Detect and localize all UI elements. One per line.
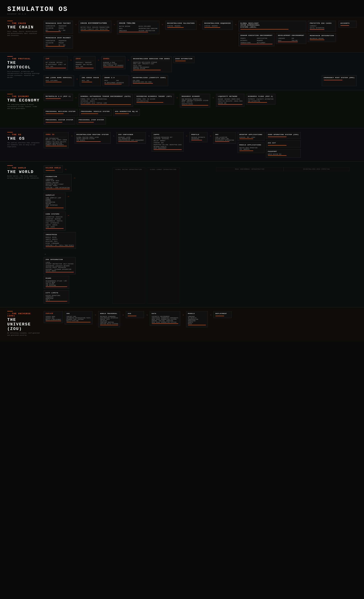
mainnet-item-1: COORDINATOR <box>46 40 58 42</box>
arrow-os5: → <box>210 132 211 137</box>
economy-title: THE ECONOMY <box>7 98 40 103</box>
gris-title: GLOBAL RESILIENTINTER-DIMENSIONALSYSTEMS… <box>240 22 304 28</box>
gate-row-3: DEFLATIONARY WILD VIRTUAL LAND <box>81 102 131 104</box>
zapps-4: WALLET <box>154 140 159 141</box>
desktop-items: WINDOWS MAC LINUX <box>240 137 262 138</box>
ind-5: AVIATION <box>46 241 53 242</box>
accounts-bar <box>340 25 349 26</box>
liq-4: CHAIN FEES <box>234 100 242 102</box>
zapps-title: ZAPPS <box>154 134 182 135</box>
zap-6: DAO <box>51 66 53 67</box>
ind-row-3: AVIATION PALS <box>46 241 74 242</box>
proto-items-2: SOCIAL NETWORKING <box>310 27 334 29</box>
diff-row-2: INSTANT FINALITY (2M) ROYALTIES <box>81 28 109 30</box>
testnet-title: MEOWCHAIN ZKVM TESTNET <box>46 22 71 24</box>
deploy-title: DEPLOYMENT <box>215 313 230 315</box>
data-5: MASS SCALE GENERATION SYSTEMS <box>152 322 178 323</box>
zos-3: PERMISSIONLESS ZAPP MANAGEMENT <box>118 140 144 141</box>
zapps-9: ENCRYPTED ZDOS <box>170 144 182 146</box>
zdao-card: ZDAO PROPOSALS TREASURY REWARDS DAO FACT… <box>74 56 96 70</box>
zos-1: BOUNDARY LAYER <box>118 137 144 138</box>
zkw-6: SETTLEMENT <box>257 42 273 44</box>
routing-3: ZID SEARCH <box>76 140 108 141</box>
cs-row-2: INVENTORY WEAPONS <box>46 218 63 220</box>
mobile-1: NATIVE ZDOS OPERATION <box>240 147 262 149</box>
industries-card: INDUSTRIES MUSCLE MOTOS CRAFTS BEASTS AV… <box>44 232 76 249</box>
zosi-2: ACCOUNT ABSTRACTION <box>46 263 62 265</box>
diff-item-1: NATIVE YIELD <box>81 26 91 28</box>
cs-5: CONSUMABLES <box>46 220 55 222</box>
diff-row-1: NATIVE YIELD GASLESS TRANSACTIONS <box>81 26 109 28</box>
zosi-6: MESSAGING <box>58 267 66 268</box>
gameplay-card: GAMEPLAY CORE GAMEPLAY LOOP COMBAT MININ… <box>44 193 65 210</box>
dec-identity-card: DECENTRALIZED (IDENTITY ZDOE) ZID ZDOE D… <box>131 75 168 86</box>
cs-row-6: LAND USERS <box>46 226 63 228</box>
zdao-6: DAO <box>80 66 83 67</box>
liq-5: ENGINE SDK <box>218 102 243 104</box>
zspace-3: BUILD & DEPLOYMENT <box>46 319 61 320</box>
zapps-bar <box>154 149 182 150</box>
world-content: WILDER WORLD → FOUNDATION LANDSCAPE URBA… <box>44 165 76 303</box>
page-subtitle: ROADMAP V0.1.0 <box>7 13 357 15</box>
arrow-5: → <box>235 21 236 26</box>
arrow-w1: → <box>74 174 75 179</box>
zosi-1: LOGIN <box>46 262 74 263</box>
zdao-1: PROPOSALS <box>76 62 83 63</box>
economy-label: -- THE ECONOMY <box>7 95 40 97</box>
arrow-p1: → <box>70 56 71 62</box>
desktop-mobile-group: DESKTOP APPLICATIONS WINDOWS MAC LINUX M… <box>238 132 265 153</box>
zkwasm-devenv-row: ZKWASM EXECUTION ENVIRONMENT PROOFS VERI… <box>239 33 306 46</box>
arrow-os3: → <box>148 132 150 137</box>
zap-5: DOCS <box>46 66 49 67</box>
zbanc-bar <box>105 84 122 84</box>
zid-4: CONNECT MULTIPLE WALLETS <box>46 141 67 143</box>
zbi-title: ZBI <box>215 134 234 135</box>
zid-5: ACCOUNT ABSTRACTION <box>46 143 67 144</box>
zosi-row-2: ACCOUNT ABSTRACTION SELF CUSTODY <box>46 263 74 265</box>
os-desc: The central interface that integrates al… <box>7 142 40 148</box>
dec-services-title: DECENTRALIZED SERVICES FOR ZDOES <box>133 58 170 60</box>
dec-svc-bar <box>133 70 160 70</box>
zapps-row-2: INCOMING OUTGOING <box>154 138 182 140</box>
diff-item-2: GASLESS TRANSACTIONS <box>92 26 109 28</box>
chain-section-info: -- THE CHAIN THE CHAIN Fast, cheap, secu… <box>7 21 44 49</box>
universe-section: -- THE UNIVERSE (ZOU) THE UNIVERSE (ZOU)… <box>0 307 364 341</box>
zap-3: ZK DEPLOYMENT <box>46 64 57 65</box>
liq-title: LIQUIDITY NETWORK <box>218 96 243 97</box>
miami-bar <box>46 286 67 287</box>
zid-bar <box>46 146 67 146</box>
testnet-bar <box>46 31 61 32</box>
ind-4: BEASTS <box>52 239 57 240</box>
arrow-2: → <box>114 21 115 26</box>
mobile-card: MOBILE APPLICATIONS NATIVE ZDOS OPERATIO… <box>238 142 265 153</box>
tooling-bar <box>119 32 148 32</box>
economy-desc: The underlying blocks to build sustainab… <box>7 104 40 110</box>
mainnet-bar <box>46 46 65 47</box>
zosi-row-4: SPATIAL AUDIO MESSAGING <box>46 267 74 268</box>
arrow-u3: → <box>146 311 147 316</box>
arrow-p3: → <box>128 56 129 62</box>
zero-id-card: ZERO ID ZNS INTEGRATION WALLET LOGIN EMA… <box>44 132 69 149</box>
zns-card: ZNS (ZERO NAME SERVICE) DOCS EXPLORER <box>44 75 74 86</box>
zkw-2: VERIFICATION <box>257 38 273 39</box>
ava-ai-bar <box>115 114 129 114</box>
tooling-5: OMNICHAIN <box>119 30 138 31</box>
found-row-2: URBAN PLAN GRID <box>46 180 70 182</box>
wt-4: GALAXIES <box>100 320 118 322</box>
cc-1: DOCS <box>82 80 85 81</box>
world-infra-bars: GLOBAL RACING INFRASTRUCTURE GLOBAL COMB… <box>76 165 180 303</box>
gp-7: HUB <box>46 206 63 207</box>
arrow-3: → <box>162 21 163 26</box>
data-bar <box>152 323 178 324</box>
ind-6: PALS <box>54 241 58 242</box>
zdoes-bar <box>103 67 123 67</box>
res-bar <box>182 105 208 106</box>
zns-1: DOCS <box>46 80 49 81</box>
econ-flows-card: ECONOMIC FLOWS (MIP 2) PAYMENTS LIQUIDIT… <box>246 94 275 105</box>
deploy-bar <box>215 316 224 316</box>
zap-row-3: DOCS DAO <box>46 66 66 67</box>
zapps-3: OUTGOING <box>162 138 169 140</box>
arrow-w0: → <box>65 165 66 171</box>
cs-row-3: CONSUMABLES TRAFFIC <box>46 220 63 222</box>
liq-row-2: CREATIVE REGISTRY CHAIN FEES <box>218 100 243 102</box>
